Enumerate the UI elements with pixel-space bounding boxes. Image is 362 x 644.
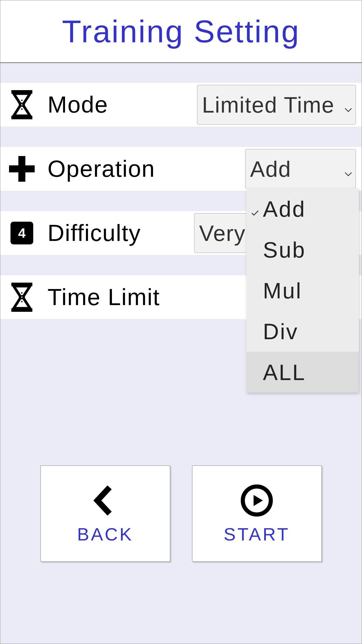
action-button-bar: BACK START: [0, 466, 362, 562]
chevron-down-icon: [345, 156, 352, 182]
page-title: Training Setting: [62, 13, 300, 50]
level-icon: 4: [8, 220, 35, 246]
option-label: Mul: [263, 278, 302, 303]
svg-point-15: [21, 301, 23, 302]
back-button[interactable]: BACK: [41, 466, 170, 562]
back-label: BACK: [77, 524, 133, 545]
svg-point-13: [21, 295, 23, 297]
svg-point-5: [21, 108, 23, 110]
svg-point-12: [21, 292, 23, 294]
svg-point-2: [21, 100, 23, 101]
operation-value: Add: [250, 156, 291, 182]
operation-option-add[interactable]: Add: [247, 188, 359, 229]
start-label: START: [224, 524, 290, 545]
option-label: Div: [263, 319, 298, 344]
svg-point-3: [21, 103, 23, 104]
hourglass-icon: [8, 284, 35, 311]
play-circle-icon: [239, 483, 274, 518]
operation-row: Operation Add: [0, 147, 362, 191]
hourglass-icon: [8, 91, 35, 118]
operation-option-div[interactable]: Div: [247, 311, 359, 352]
check-icon: [251, 196, 259, 222]
svg-point-14: [21, 298, 23, 300]
operation-option-sub[interactable]: Sub: [247, 229, 359, 270]
mode-value: Limited Time: [202, 92, 335, 118]
option-label: Sub: [263, 237, 306, 262]
operation-dropdown-menu: Add Sub Mul Div ALL: [247, 188, 359, 393]
chevron-down-icon: [345, 92, 352, 118]
option-label: Add: [263, 196, 306, 222]
page-header: Training Setting: [0, 0, 362, 63]
difficulty-value: Very: [199, 220, 246, 246]
svg-point-4: [21, 106, 23, 107]
start-button[interactable]: START: [192, 466, 322, 562]
plus-icon: [8, 155, 35, 182]
operation-option-mul[interactable]: Mul: [247, 270, 359, 311]
operation-label: Operation: [48, 155, 245, 182]
mode-row: Mode Limited Time: [0, 83, 362, 127]
operation-dropdown[interactable]: Add: [245, 149, 356, 189]
operation-option-all[interactable]: ALL: [247, 352, 359, 393]
mode-label: Mode: [48, 91, 197, 118]
option-label: ALL: [263, 360, 306, 385]
mode-dropdown[interactable]: Limited Time: [197, 85, 356, 125]
svg-rect-7: [9, 165, 35, 172]
svg-text:4: 4: [18, 225, 26, 241]
difficulty-label: Difficulty: [48, 220, 194, 246]
chevron-left-icon: [88, 483, 123, 518]
